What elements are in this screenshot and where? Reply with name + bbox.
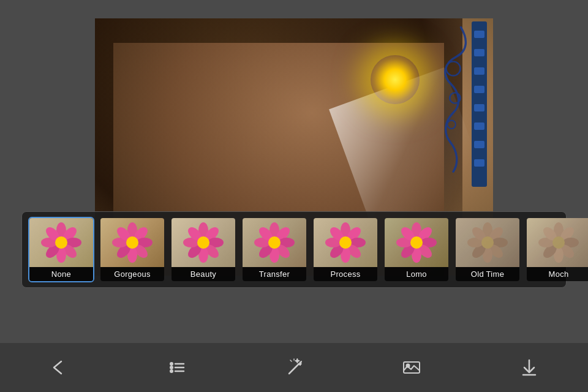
filter-oldtime-label: Old Time: [456, 267, 519, 281]
svg-point-76: [170, 369, 173, 373]
svg-line-86: [290, 360, 292, 361]
film-strip-body: [472, 21, 487, 187]
film-strip-decoration: [453, 21, 487, 193]
filter-none-label: None: [29, 267, 93, 281]
filter-moch-label: Moch: [527, 267, 588, 281]
filter-none[interactable]: None: [28, 217, 94, 282]
film-hole: [474, 159, 484, 167]
svg-point-29: [197, 236, 209, 249]
svg-point-79: [170, 366, 173, 369]
film-hole: [474, 49, 484, 56]
svg-point-89: [407, 364, 410, 368]
svg-point-65: [481, 236, 494, 249]
download-button[interactable]: [511, 349, 548, 386]
filter-lomo-label: Lomo: [385, 267, 448, 281]
filter-moch[interactable]: Moch: [526, 217, 588, 282]
magic-wand-button[interactable]: ✦: [276, 349, 312, 386]
filter-transfer[interactable]: Transfer: [241, 217, 307, 282]
svg-point-2: [447, 121, 455, 129]
film-hole: [474, 123, 484, 130]
film-hole: [474, 31, 484, 38]
film-hole: [474, 104, 484, 111]
filter-process-label: Process: [314, 267, 377, 281]
svg-point-38: [268, 236, 281, 249]
filter-beauty-label: Beauty: [172, 267, 235, 281]
gallery-button[interactable]: [393, 349, 430, 386]
svg-point-11: [55, 236, 67, 249]
lens-flare: [371, 55, 420, 104]
svg-point-56: [410, 236, 423, 249]
filter-strip: None Gorgeous: [21, 211, 567, 288]
filter-lomo[interactable]: Lomo: [383, 217, 450, 282]
bottom-toolbar: ✦: [0, 343, 588, 392]
filter-gorgeous-label: Gorgeous: [100, 267, 164, 281]
film-hole: [474, 86, 484, 93]
list-adjust-button[interactable]: [158, 349, 195, 386]
svg-point-47: [339, 236, 352, 249]
filter-oldtime[interactable]: Old Time: [454, 217, 521, 282]
filter-beauty[interactable]: Beauty: [170, 217, 236, 282]
svg-point-75: [170, 362, 173, 366]
svg-line-81: [289, 364, 299, 374]
svg-point-0: [446, 61, 460, 75]
filter-process[interactable]: Process: [312, 217, 379, 282]
filter-gorgeous[interactable]: Gorgeous: [99, 217, 165, 282]
film-hole: [474, 67, 484, 75]
back-button[interactable]: [40, 349, 77, 386]
svg-point-20: [126, 236, 138, 249]
svg-point-74: [552, 236, 565, 249]
film-hole: [474, 141, 484, 148]
svg-text:✦: ✦: [295, 358, 300, 364]
filter-transfer-label: Transfer: [243, 267, 306, 281]
